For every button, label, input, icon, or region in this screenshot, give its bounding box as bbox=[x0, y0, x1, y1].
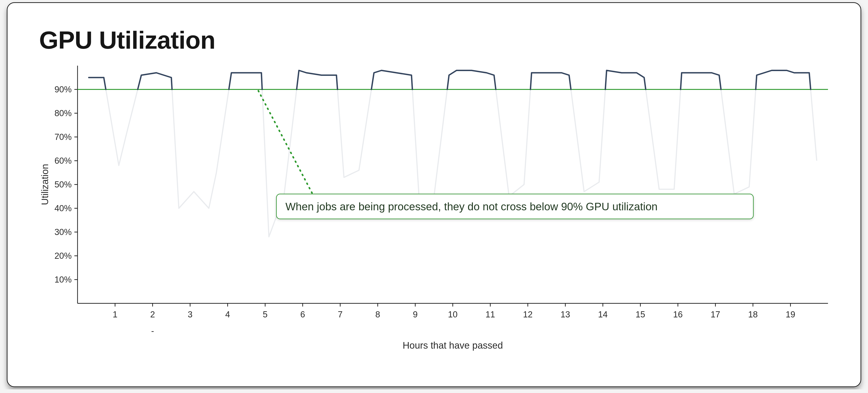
x-tick-label: 16 bbox=[673, 310, 683, 319]
x-axis-label: Hours that have passed bbox=[403, 340, 503, 351]
x-tick-label: 14 bbox=[598, 310, 608, 319]
gpu-utilization-chart: 10%20%30%40%50%60%70%80%90%1234567891011… bbox=[39, 59, 835, 362]
x-tick-label: 11 bbox=[486, 310, 495, 319]
annotation-text: When jobs are being processed, they do n… bbox=[285, 201, 657, 213]
x-tick-label: 18 bbox=[748, 310, 758, 319]
y-axis-label: Utilization bbox=[39, 164, 50, 205]
y-tick-label: 30% bbox=[55, 227, 72, 237]
x-tick-label: 5 bbox=[263, 310, 268, 319]
y-tick-label: 60% bbox=[55, 156, 72, 166]
x-tick-label: 9 bbox=[413, 310, 417, 319]
x-tick-label: 19 bbox=[786, 310, 795, 319]
y-tick-label: 20% bbox=[55, 251, 72, 260]
series-line-above-threshold bbox=[89, 71, 811, 89]
y-tick-label: 40% bbox=[55, 203, 72, 213]
chart-title: GPU Utilization bbox=[39, 26, 836, 54]
x-tick-label: 13 bbox=[561, 310, 570, 319]
extra-tick: - bbox=[151, 326, 154, 336]
y-tick-label: 90% bbox=[55, 85, 72, 94]
y-tick-label: 80% bbox=[55, 108, 72, 118]
x-tick-label: 1 bbox=[113, 310, 117, 319]
y-tick-label: 50% bbox=[55, 180, 72, 189]
x-tick-label: 7 bbox=[338, 310, 342, 319]
x-tick-label: 12 bbox=[523, 310, 532, 319]
x-tick-label: 8 bbox=[375, 310, 380, 319]
x-tick-label: 17 bbox=[711, 310, 720, 319]
chart-area: 10%20%30%40%50%60%70%80%90%1234567891011… bbox=[39, 59, 836, 362]
x-tick-label: 3 bbox=[188, 310, 192, 319]
y-tick-label: 10% bbox=[55, 275, 72, 284]
x-tick-label: 4 bbox=[225, 310, 230, 319]
y-tick-label: 70% bbox=[55, 132, 72, 142]
x-tick-label: 6 bbox=[300, 310, 305, 319]
x-tick-label: 2 bbox=[150, 310, 155, 319]
x-tick-label: 15 bbox=[636, 310, 645, 319]
x-tick-label: 10 bbox=[448, 310, 458, 319]
chart-card: GPU Utilization 10%20%30%40%50%60%70%80%… bbox=[7, 2, 861, 387]
